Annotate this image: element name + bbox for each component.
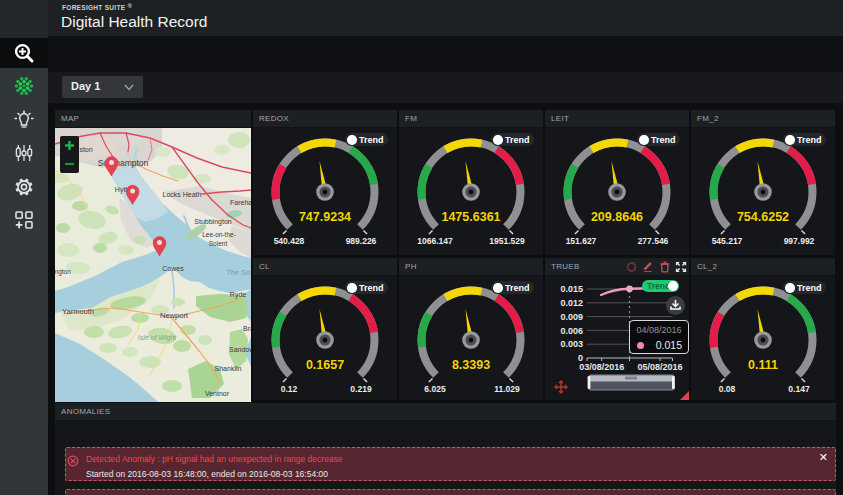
svg-text:0.012: 0.012 [560,298,583,308]
svg-text:Cowes: Cowes [162,265,184,272]
svg-text:1951.529: 1951.529 [489,236,525,246]
svg-text:8.3393: 8.3393 [452,358,490,372]
svg-text:0.015: 0.015 [560,284,583,294]
svg-text:ington: ington [55,268,71,276]
svg-text:Solent: Solent [209,240,228,247]
svg-text:997.992: 997.992 [784,236,815,246]
svg-text:545.217: 545.217 [712,236,743,246]
svg-text:0.147: 0.147 [788,384,810,394]
svg-text:11.029: 11.029 [494,384,520,394]
svg-text:Sandow: Sandow [229,346,251,353]
svg-text:277.546: 277.546 [638,236,669,246]
svg-text:6.025: 6.025 [424,384,446,394]
svg-text:0.219: 0.219 [350,384,372,394]
svg-text:1475.6361: 1475.6361 [441,210,500,224]
svg-text:540.428: 540.428 [274,236,305,246]
svg-text:0.006: 0.006 [560,326,583,336]
svg-text:Stubbington: Stubbington [194,218,231,226]
svg-text:1066.147: 1066.147 [417,236,453,246]
svg-text:Fareham: Fareham [230,199,251,206]
svg-text:0.003: 0.003 [560,339,583,349]
svg-text:209.8646: 209.8646 [591,210,643,224]
svg-text:0.12: 0.12 [281,384,298,394]
svg-text:Locks Heath: Locks Heath [163,191,202,198]
svg-text:Ryde: Ryde [230,291,246,299]
svg-text:0.08: 0.08 [719,384,736,394]
svg-text:Yarmouth: Yarmouth [62,307,94,316]
svg-text:Isle of Wight: Isle of Wight [138,334,178,342]
svg-text:0.111: 0.111 [748,358,778,372]
svg-text:Lee-on-the-: Lee-on-the- [202,231,236,238]
svg-text:754.6252: 754.6252 [737,210,789,224]
svg-text:989.226: 989.226 [346,236,377,246]
svg-text:Ventnor: Ventnor [205,390,230,397]
svg-text:747.9234: 747.9234 [299,210,351,224]
svg-text:ston: ston [79,146,92,153]
svg-text:Bra: Bra [243,325,251,332]
svg-text:0.009: 0.009 [560,312,583,322]
svg-text:Newport: Newport [160,311,189,320]
svg-text:151.627: 151.627 [566,236,597,246]
svg-text:0.1657: 0.1657 [306,358,344,372]
svg-text:05/08/2016: 05/08/2016 [637,362,682,372]
svg-text:The So: The So [226,268,250,277]
svg-text:Shanklin: Shanklin [215,365,242,372]
svg-text:03/08/2016: 03/08/2016 [579,362,624,372]
